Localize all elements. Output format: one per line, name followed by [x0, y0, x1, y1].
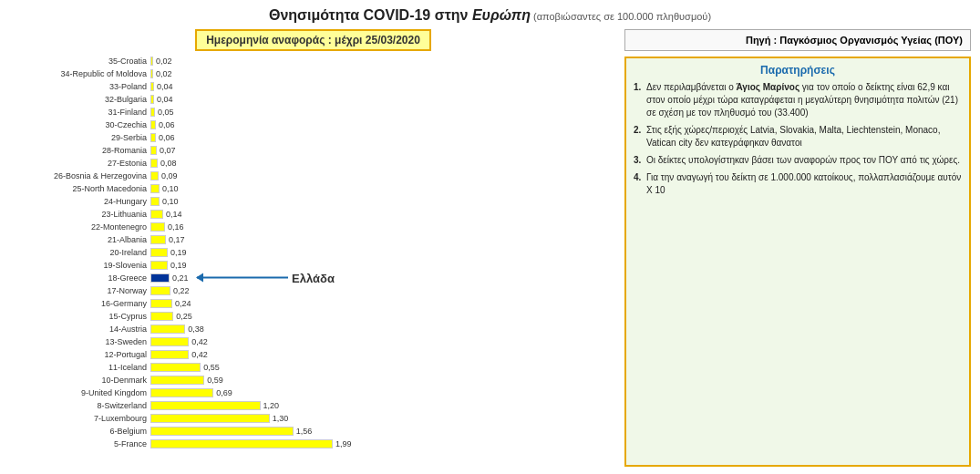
title-prefix: Θνησιμότητα	[269, 7, 364, 23]
bar-row: 30-Czechia0,06	[9, 118, 617, 130]
bar-container: 0,06	[150, 133, 617, 142]
content-area: Ημερομηνία αναφοράς : μέχρι 25/03/2020 3…	[9, 29, 971, 467]
bar	[150, 210, 163, 219]
bar	[150, 299, 172, 308]
bar-label: 35-Croatia	[9, 57, 150, 66]
bar-chart: 35-Croatia0,0234-Republic of Moldova0,02…	[9, 55, 617, 467]
bar	[150, 69, 153, 78]
bar-value: 1,99	[335, 439, 352, 448]
bar-container: 0,14	[150, 210, 617, 219]
bar	[150, 401, 261, 410]
bar-label: 17-Norway	[9, 286, 150, 295]
bar-container: 0,59	[150, 376, 617, 385]
bar	[150, 95, 154, 104]
bar-label: 31-Finland	[9, 108, 150, 117]
source-text: Πηγή : Παγκόσμιος Οργανισμός Υγείας (ΠΟΥ…	[746, 35, 963, 46]
bar-container: 0,08	[150, 159, 617, 168]
page: Θνησιμότητα COVID-19 στην Ευρώπη (αποβιώ…	[0, 0, 980, 474]
bar	[150, 350, 189, 359]
bar	[150, 171, 159, 180]
bar-label: 21-Albania	[9, 235, 150, 244]
note-item: Οι δείκτες υπολογίστηκαν βάσει των αναφο…	[634, 154, 962, 167]
bar-row: 17-Norway0,22	[9, 284, 617, 296]
bar	[150, 120, 156, 129]
bar-label: 33-Poland	[9, 82, 150, 91]
notes-box: Παρατηρήσεις Δεν περιλαμβάνεται ο Άγιος …	[624, 57, 971, 467]
bar	[150, 184, 160, 193]
bar-row: 16-Germany0,24	[9, 297, 617, 309]
bar-label: 5-France	[9, 439, 150, 448]
bar-value: 0,10	[162, 184, 179, 193]
bar-label: 20-Ireland	[9, 248, 150, 257]
bar	[150, 235, 166, 244]
bar-value: 0,04	[157, 95, 173, 104]
source-box: Πηγή : Παγκόσμιος Οργανισμός Υγείας (ΠΟΥ…	[624, 29, 971, 51]
bar-value: 0,25	[176, 312, 192, 321]
bar-label: 26-Bosnia & Herzegovina	[9, 171, 150, 180]
title-europe: Ευρώπη	[472, 7, 531, 23]
bar-value: 1,20	[263, 401, 280, 410]
bar-row: 29-Serbia0,06	[9, 131, 617, 143]
bar-container: 0,22	[150, 286, 617, 295]
bar-row: 20-Ireland0,19	[9, 246, 617, 258]
chart-area: Ημερομηνία αναφοράς : μέχρι 25/03/2020 3…	[9, 29, 617, 467]
bar-label: 32-Bulgaria	[9, 95, 150, 104]
title-middle: στην	[430, 7, 472, 23]
bar	[150, 197, 160, 206]
bar-container: 0,09	[150, 171, 617, 180]
bar-value: 0,04	[157, 82, 173, 91]
bar-container: 0,38	[150, 325, 617, 334]
bar-value: 0,21	[172, 273, 189, 283]
bar-value: 1,30	[273, 414, 289, 423]
bar	[150, 146, 157, 155]
bar-label: 13-Sweden	[9, 337, 150, 346]
bar-row: 25-North Macedonia0,10	[9, 182, 617, 194]
bar-value: 0,55	[203, 363, 220, 372]
bar-value: 0,17	[169, 235, 185, 244]
bar-row: 34-Republic of Moldova0,02	[9, 67, 617, 79]
bar-value: 0,10	[162, 197, 179, 206]
bar-container: 1,99	[150, 439, 617, 448]
bar-container: 0,07	[150, 146, 617, 155]
bar-container: 0,19	[150, 261, 617, 270]
bar-row: 32-Bulgaria0,04	[9, 93, 617, 105]
bar-row: 7-Luxembourg1,30	[9, 412, 617, 424]
bar-row: 13-Sweden0,42	[9, 335, 617, 347]
bar-container: 0,16	[150, 222, 617, 232]
bar-value: 0,06	[159, 120, 175, 129]
bar-row: 35-Croatia0,02	[9, 55, 617, 67]
note-item: Για την αναγωγή του δείκτη σε 1.000.000 …	[634, 171, 962, 197]
bar-container: 0,17	[150, 235, 617, 244]
bar	[150, 261, 168, 270]
bar-label: 25-North Macedonia	[9, 184, 150, 193]
bar-container: 0,25	[150, 312, 617, 321]
bar-label: 22-Montenegro	[9, 222, 150, 232]
bar-value: 0,02	[156, 69, 172, 78]
bar-row: 8-Switzerland1,20	[9, 399, 617, 411]
bar-value: 0,06	[159, 133, 175, 142]
bar	[150, 82, 154, 91]
bar-value: 0,42	[191, 350, 208, 359]
bar-label: 24-Hungary	[9, 197, 150, 206]
bar	[150, 108, 155, 117]
bar-value: 0,07	[160, 146, 176, 155]
bar-row: 10-Denmark0,59	[9, 374, 617, 386]
bar-label: 18-Greece	[9, 273, 150, 283]
arrowhead-icon	[196, 273, 203, 283]
page-title: Θνησιμότητα COVID-19 στην Ευρώπη (αποβιώ…	[9, 7, 971, 24]
bar-row: 31-Finland0,05	[9, 106, 617, 118]
arrow-line	[197, 277, 288, 279]
bar-label: 30-Czechia	[9, 120, 150, 129]
bar-label: 27-Estonia	[9, 159, 150, 168]
bar-value: 0,24	[175, 299, 191, 308]
bar-label: 7-Luxembourg	[9, 414, 150, 423]
bar-label: 23-Lithuania	[9, 210, 150, 219]
bar-container: 0,10	[150, 184, 617, 193]
bar-label: 34-Republic of Moldova	[9, 69, 150, 78]
bar	[150, 312, 173, 321]
bar	[150, 57, 153, 66]
bar-container: 0,42	[150, 350, 617, 359]
bar-label: 8-Switzerland	[9, 401, 150, 410]
bar-label: 19-Slovenia	[9, 261, 150, 270]
bar	[150, 286, 170, 295]
